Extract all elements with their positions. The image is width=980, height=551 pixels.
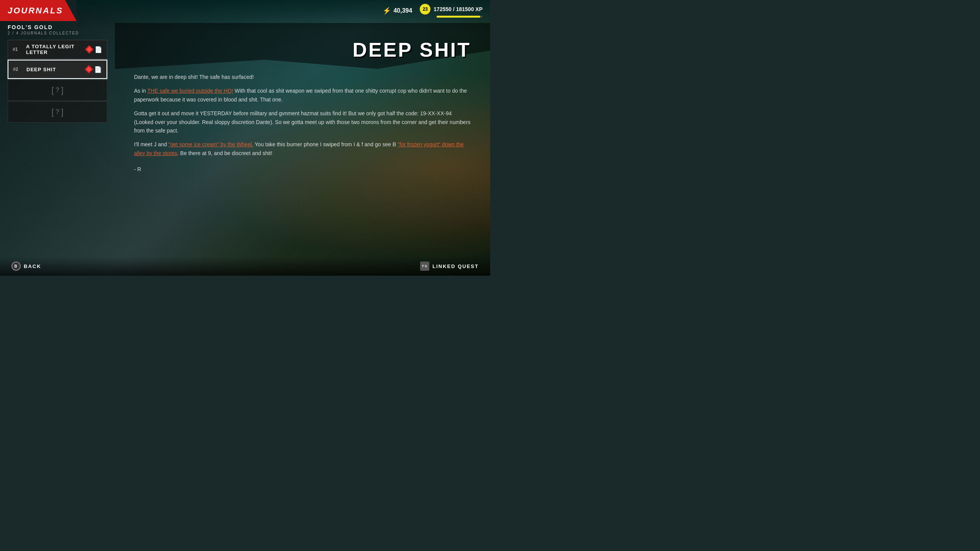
- content-paragraph-3: Gotta get it out and move it YESTERDAY b…: [134, 109, 471, 135]
- left-panel: FOOL'S GOLD 2 / 4 JOURNALS COLLECTED #1 …: [8, 21, 107, 123]
- lightning-icon: ⚡: [383, 7, 391, 15]
- journal-item-2[interactable]: #2 DEEP SHIT 📄: [8, 60, 107, 79]
- back-button[interactable]: B BACK: [11, 262, 41, 271]
- diamond-icon-2: [85, 65, 93, 74]
- unknown-bracket-3: [ ? ]: [51, 85, 63, 95]
- journal-item-4-locked: [ ? ]: [8, 101, 107, 123]
- journals-banner: JOURNALS: [0, 0, 77, 21]
- diamond-icon-1: [85, 45, 94, 54]
- journal-icons-2: 📄: [86, 66, 102, 73]
- journal-item-3-locked: [ ? ]: [8, 80, 107, 101]
- journal-big-title: DEEP SHIT: [352, 38, 471, 61]
- journal-icons-1: 📄: [86, 46, 102, 53]
- link-ice-cream[interactable]: "get some ice cream" by the Wheel.: [169, 141, 254, 147]
- page-icon-2: 📄: [94, 66, 102, 73]
- journal-num-1: #1: [13, 47, 22, 52]
- linked-quest-icon: TS: [420, 262, 429, 271]
- journal-num-2: #2: [13, 67, 23, 72]
- bottom-bar: B BACK TS LINKED QUEST: [0, 257, 490, 276]
- back-btn-icon: B: [11, 262, 21, 271]
- content-paragraph-2: As in THE safe we buried outside the HQ!…: [134, 87, 471, 104]
- content-paragraph-4: I'll meet J and "get some ice cream" by …: [134, 140, 471, 157]
- journal-item-1[interactable]: #1 A TOTALLY LEGIT LETTER 📄: [8, 40, 107, 59]
- currency-display: ⚡ 40,394: [383, 7, 412, 15]
- linked-quest-label: LINKED QUEST: [432, 263, 479, 269]
- content-signature: - R: [134, 165, 471, 173]
- xp-level-badge: 23: [420, 4, 430, 15]
- content-paragraph-1: Dante, we are in deep shit! The safe has…: [134, 73, 471, 81]
- collection-title: FOOL'S GOLD: [8, 24, 107, 30]
- back-label: BACK: [24, 263, 41, 269]
- journal-content: Dante, we are in deep shit! The safe has…: [123, 65, 483, 257]
- xp-text: 172550 / 181500 XP: [434, 6, 483, 12]
- linked-quest-button[interactable]: TS LINKED QUEST: [420, 262, 479, 271]
- unknown-bracket-4: [ ? ]: [51, 107, 63, 117]
- question-mark-3: ?: [56, 86, 60, 94]
- link-hq-safe[interactable]: THE safe we buried outside the HQ!: [147, 88, 233, 94]
- journal-name-2: DEEP SHIT: [26, 67, 82, 72]
- page-icon-1: 📄: [95, 46, 102, 53]
- journal-name-1: A TOTALLY LEGIT LETTER: [26, 44, 82, 55]
- currency-amount: 40,394: [393, 7, 412, 14]
- question-mark-4: ?: [56, 108, 60, 116]
- collection-count: 2 / 4 JOURNALS COLLECTED: [8, 31, 107, 35]
- journals-title: JOURNALS: [8, 6, 63, 16]
- xp-row: 23 172550 / 181500 XP: [420, 4, 483, 15]
- content-panel: DEEP SHIT Dante, we are in deep shit! Th…: [123, 15, 483, 257]
